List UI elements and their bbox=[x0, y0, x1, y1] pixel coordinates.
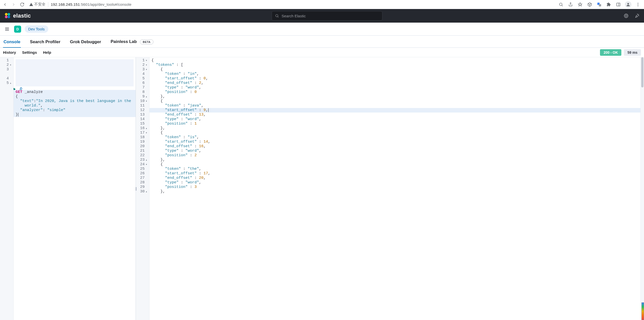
browser-toolbar: 不安全 192.168.245.151:5601/app/dev_tools#/… bbox=[0, 0, 644, 9]
response-latency-badge: 59 ms bbox=[624, 49, 641, 56]
address-bar[interactable]: 不安全 192.168.245.151:5601/app/dev_tools#/… bbox=[29, 2, 132, 7]
kibana-subheader: D Dev Tools bbox=[0, 23, 644, 36]
svg-point-0 bbox=[559, 3, 562, 6]
pane-splitter[interactable] bbox=[134, 184, 137, 194]
profile-avatar[interactable] bbox=[625, 1, 631, 8]
svg-rect-2 bbox=[599, 4, 601, 6]
svg-point-17 bbox=[637, 14, 638, 15]
help-confetti-icon[interactable] bbox=[634, 13, 640, 19]
search-icon bbox=[275, 14, 279, 18]
tab-console[interactable]: Console bbox=[3, 39, 21, 47]
tab-search-profiler[interactable]: Search Profiler bbox=[29, 39, 61, 47]
global-search-input[interactable]: Search Elastic bbox=[272, 11, 382, 21]
elastic-logo-icon bbox=[4, 12, 11, 20]
tab-grok-debugger[interactable]: Grok Debugger bbox=[69, 39, 102, 47]
svg-point-14 bbox=[624, 14, 628, 18]
svg-rect-3 bbox=[617, 3, 620, 6]
request-gutter: 1 2▾3 4 5▴ bbox=[0, 57, 14, 320]
response-status-badge: 200 - OK bbox=[600, 49, 621, 56]
back-button[interactable] bbox=[2, 2, 8, 8]
warning-icon bbox=[29, 3, 33, 7]
forward-button[interactable] bbox=[11, 2, 17, 8]
google-translate-icon[interactable] bbox=[596, 2, 602, 8]
space-selector[interactable]: D bbox=[14, 26, 21, 33]
tab-painless-lab[interactable]: Painless Lab BETA bbox=[110, 39, 154, 47]
panel-icon[interactable] bbox=[615, 2, 621, 8]
extensions-puzzle-icon[interactable] bbox=[606, 2, 612, 8]
svg-point-13 bbox=[276, 15, 278, 17]
bookmark-star-icon[interactable] bbox=[577, 2, 583, 8]
url-text: 192.168.245.151:5601/app/dev_tools#/cons… bbox=[51, 2, 132, 7]
newsfeed-icon[interactable] bbox=[623, 13, 629, 19]
console-toolbar: History Settings Help 200 - OK 59 ms bbox=[0, 48, 644, 57]
history-link[interactable]: History bbox=[3, 50, 16, 55]
perf-indicator bbox=[641, 302, 644, 320]
security-label: 不安全 bbox=[34, 2, 46, 7]
elastic-wordmark: elastic bbox=[13, 13, 31, 19]
reload-button[interactable] bbox=[19, 2, 25, 8]
svg-point-10 bbox=[8, 13, 10, 16]
kebab-menu-icon[interactable] bbox=[635, 2, 641, 8]
settings-link[interactable]: Settings bbox=[22, 50, 37, 55]
breadcrumb[interactable]: Dev Tools bbox=[25, 25, 48, 33]
svg-point-15 bbox=[625, 15, 627, 17]
zoom-search-icon[interactable] bbox=[558, 2, 564, 8]
response-pane: 1▾2▾3▾4 5 6 7 8 9▴10▾11 12 13 14 15 16▴1… bbox=[136, 57, 644, 320]
extension-cube-icon[interactable] bbox=[587, 2, 593, 8]
response-code[interactable]: { "tokens" : [ { "token" : "in", "start_… bbox=[149, 57, 640, 320]
elastic-logo[interactable]: elastic bbox=[4, 12, 31, 20]
svg-point-8 bbox=[638, 5, 638, 6]
global-search-placeholder: Search Elastic bbox=[281, 14, 306, 18]
request-pane: 1 2▾3 4 5▴ GET _analyze{ "text":"In 2020… bbox=[0, 57, 136, 320]
kibana-header: elastic Search Elastic bbox=[0, 9, 644, 23]
svg-point-9 bbox=[5, 13, 8, 16]
separator bbox=[48, 2, 48, 7]
svg-point-16 bbox=[638, 15, 639, 16]
nav-toggle-button[interactable] bbox=[4, 26, 11, 33]
svg-point-12 bbox=[8, 16, 10, 18]
svg-point-5 bbox=[627, 3, 629, 5]
svg-point-11 bbox=[5, 16, 8, 18]
security-indicator[interactable]: 不安全 bbox=[29, 2, 46, 7]
console-editor: 1 2▾3 4 5▴ GET _analyze{ "text":"In 2020… bbox=[0, 57, 644, 320]
svg-point-7 bbox=[638, 4, 638, 5]
browser-actions bbox=[558, 1, 642, 8]
beta-badge: BETA bbox=[140, 39, 153, 44]
help-link[interactable]: Help bbox=[43, 50, 51, 55]
svg-point-6 bbox=[638, 3, 638, 4]
response-gutter: 1▾2▾3▾4 5 6 7 8 9▴10▾11 12 13 14 15 16▴1… bbox=[136, 57, 149, 320]
devtools-tabs: Console Search Profiler Grok Debugger Pa… bbox=[0, 36, 644, 48]
response-scrollbar[interactable] bbox=[640, 57, 644, 320]
share-icon[interactable] bbox=[568, 2, 574, 8]
request-code[interactable]: GET _analyze{ "text":"In 2020, Java is t… bbox=[14, 57, 136, 320]
